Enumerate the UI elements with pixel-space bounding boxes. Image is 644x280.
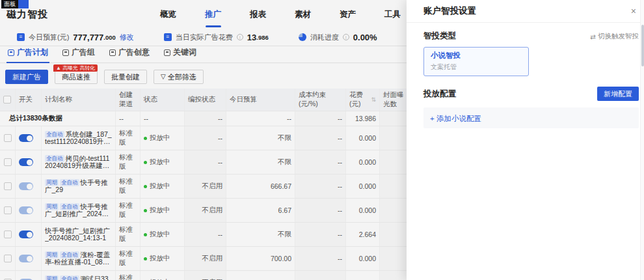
smart-type-label: 智投类型 [423,31,456,42]
new-config-button[interactable]: 新增配置 [597,87,639,101]
swap-icon: ⇄ [590,33,596,40]
drawer-title: 账户智投设置 [423,5,476,17]
overlay-chip-label: 面板 [1,0,18,8]
smart-type-card-title: 小说智投 [431,51,522,61]
smart-type-card[interactable]: 小说智投 文案托管 [423,47,529,76]
smart-type-section: 智投类型 ⇄切换触发智投 小说智投 文案托管 [407,31,644,76]
switch-smart-type-link[interactable]: ⇄切换触发智投 [590,32,639,41]
smart-type-card-subtitle: 文案托管 [431,63,522,72]
page-scrollbar [640,0,644,280]
screenshot-overlay-chip: 面板 [1,0,29,8]
add-config-box: + 添加小说配置 [423,107,639,128]
overlay-chip-accent [18,0,29,8]
delivery-config-label: 投放配置 [423,89,456,100]
page: 面板 磁力智投 概览推广报表素材资产工具财务 ≡今日预算(元)777,777.0… [0,0,644,280]
add-novel-config-link[interactable]: + 添加小说配置 [430,115,481,122]
scrollbar-thumb[interactable] [641,25,644,66]
smart-settings-drawer: 账户智投设置 × 智投类型 ⇄切换触发智投 小说智投 文案托管 投放配置 新增配… [407,0,644,280]
close-icon[interactable]: × [631,7,636,16]
drawer-header: 账户智投设置 × [407,0,644,23]
delivery-config-section: 投放配置 新增配置 [407,87,644,101]
